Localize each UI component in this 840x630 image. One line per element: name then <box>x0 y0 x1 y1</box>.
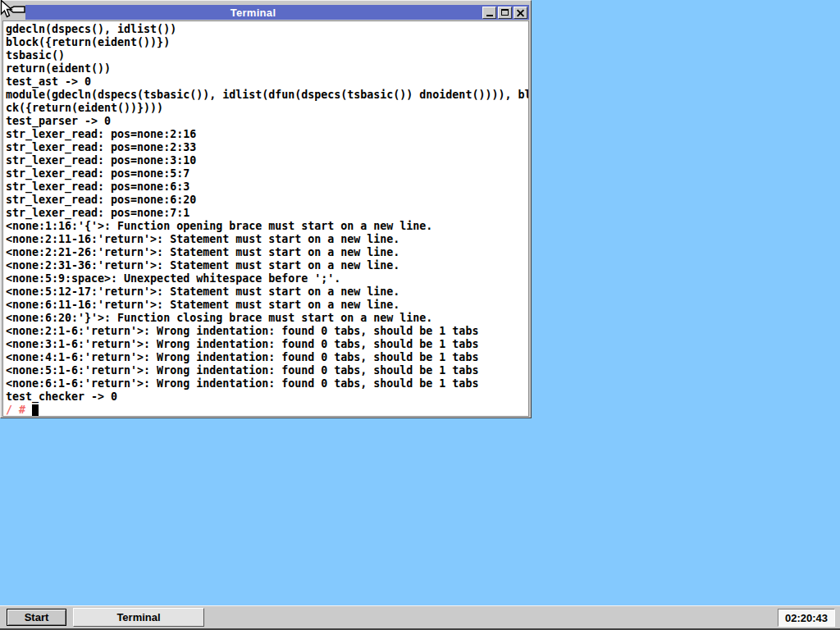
window-menu-button[interactable] <box>2 5 25 20</box>
prompt-row: / # <box>6 404 528 417</box>
close-icon <box>517 9 524 16</box>
window-title: Terminal <box>231 7 276 19</box>
taskbar-task-terminal[interactable]: Terminal <box>73 608 204 627</box>
taskbar: Start Terminal 02:20:43 <box>0 605 840 630</box>
terminal-window: Terminal gdecln(dspecs(), idlist()) bloc… <box>0 0 532 418</box>
minimize-icon <box>486 15 493 16</box>
shell-prompt: / # <box>6 404 25 416</box>
taskbar-clock: 02:20:43 <box>778 609 835 627</box>
close-button[interactable] <box>514 7 527 19</box>
terminal-content[interactable]: gdecln(dspecs(), idlist()) block({return… <box>2 21 529 417</box>
titlebar[interactable]: Terminal <box>2 5 529 20</box>
terminal-output: gdecln(dspecs(), idlist()) block({return… <box>6 23 528 404</box>
maximize-button[interactable] <box>498 7 512 19</box>
titlebar-drag-area[interactable]: Terminal <box>25 5 481 20</box>
start-button[interactable]: Start <box>7 609 66 626</box>
minimize-button[interactable] <box>482 7 496 19</box>
window-controls <box>481 5 529 20</box>
maximize-icon <box>501 9 509 16</box>
terminal-cursor <box>32 404 39 416</box>
